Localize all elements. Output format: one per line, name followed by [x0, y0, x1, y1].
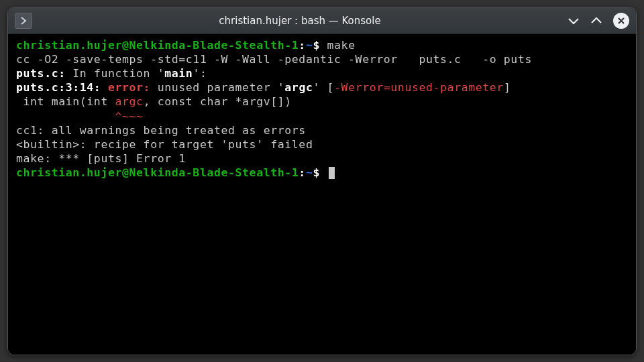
- line-err-msg1: unused parameter ': [150, 81, 284, 94]
- titlebar[interactable]: christian.hujer : bash — Konsole: [8, 7, 636, 34]
- line-make-err: make: *** [puts] Error 1: [16, 152, 186, 165]
- prompt2-userhost: christian.hujer@Nelkinda-Blade-Stealth-1: [16, 166, 299, 179]
- cmd-make: make: [327, 39, 356, 52]
- line-src-argc: argc: [115, 95, 143, 108]
- line-caret-pad: [16, 110, 115, 123]
- window-title: christian.hujer : bash — Konsole: [39, 15, 561, 27]
- prompt-colon: :: [299, 39, 306, 52]
- prompt-dollar: $: [313, 39, 327, 52]
- maximize-icon[interactable]: [590, 17, 602, 25]
- line-src-pre: int main(int: [16, 95, 115, 108]
- line-infunc-end: ':: [193, 67, 207, 80]
- line-caret: ^~~~: [115, 110, 143, 123]
- prompt2-dollar: $: [313, 166, 327, 179]
- line-infunc-txt: In function ': [66, 67, 164, 80]
- line-builtin: <builtin>: recipe for target 'puts' fail…: [16, 138, 313, 151]
- line-err-argc: argc: [284, 81, 313, 94]
- cursor: [329, 167, 335, 179]
- konsole-window: christian.hujer : bash — Konsole christi…: [7, 7, 637, 355]
- line-cc: cc -O2 -save-temps -std=c11 -W -Wall -pe…: [16, 53, 532, 66]
- line-err-msg3: ]: [504, 81, 511, 94]
- line-err-flag: -Werror=unused-parameter: [334, 81, 504, 94]
- chevron-right-icon: [20, 17, 27, 25]
- line-cc1: cc1: all warnings being treated as error…: [16, 124, 306, 137]
- close-icon: [617, 17, 625, 25]
- line-err-kw: error:: [108, 81, 150, 94]
- line-err-msg2: ' [: [313, 81, 334, 94]
- minimize-icon[interactable]: [568, 17, 580, 25]
- line-infunc-main: main: [164, 67, 193, 80]
- close-button[interactable]: [613, 13, 629, 29]
- new-tab-button[interactable]: [15, 13, 32, 29]
- window-controls: [568, 13, 629, 29]
- line-src-post: , const char *argv[]): [144, 95, 292, 108]
- prompt-userhost: christian.hujer@Nelkinda-Blade-Stealth-1: [16, 39, 299, 52]
- prompt2-path: ~: [306, 166, 313, 179]
- terminal-output[interactable]: christian.hujer@Nelkinda-Blade-Stealth-1…: [8, 34, 636, 355]
- prompt2-colon: :: [299, 166, 306, 179]
- line-infunc-file: puts.c:: [16, 67, 66, 80]
- line-err-loc: puts.c:3:14:: [16, 81, 108, 94]
- prompt-path: ~: [306, 39, 313, 52]
